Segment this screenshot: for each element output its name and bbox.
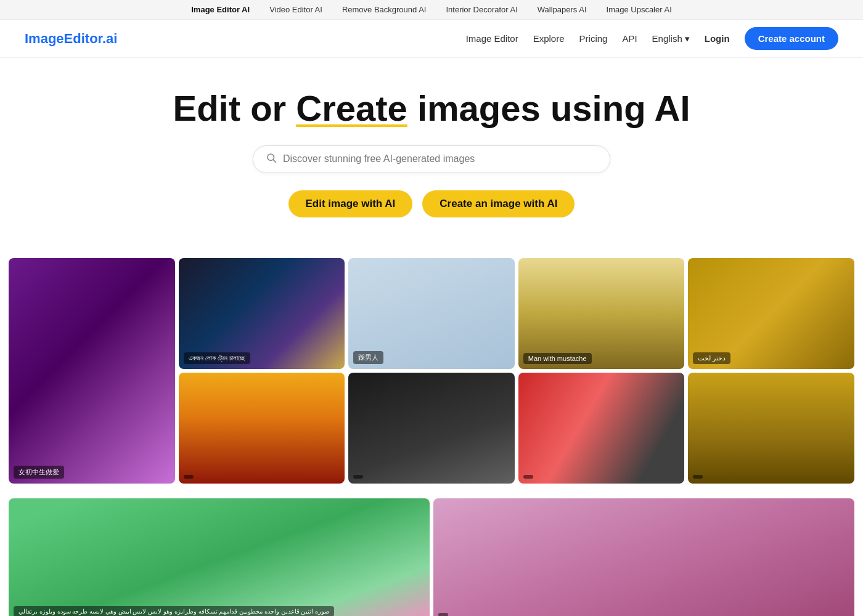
grid-item-gold-coin[interactable]: دختر لخت [688,258,854,369]
create-image-button[interactable]: Create an image with AI [422,190,575,217]
image-label-1: একজন লোক ট্রেন চালাচ্ছে [184,352,250,364]
grid-item-man-suit[interactable]: 踩男人 [348,258,515,369]
image-label-10: صوره اثنين قاعدين واحده مخطوبين قدامهم ت… [14,606,334,616]
grid-item-text-poster[interactable]: একজন লোক ট্রেন চালাচ্ছে [179,258,345,369]
image-label-7 [353,475,363,479]
search-input[interactable] [283,153,597,164]
image-grid: একজন লোক ট্রেন চালাচ্ছে 踩男人 Man with mus… [0,258,863,502]
nav-api[interactable]: API [622,33,637,44]
image-label-3: Man with mustache [523,353,592,364]
image-label-11 [438,613,448,616]
hero-title: Edit or Create images using AI [12,89,851,128]
hero-title-part2: images using AI [407,88,690,128]
logo[interactable]: ImageEditor.ai [25,31,117,47]
action-buttons: Edit image with AI Create an image with … [12,190,851,217]
banner-link-image-editor-ai[interactable]: Image Editor AI [191,5,250,14]
grid-item-dark-portrait[interactable] [348,373,515,484]
banner-link-interior-ai[interactable]: Interior Decorator AI [446,5,517,14]
hero-title-highlight: Create [296,88,407,128]
hero-title-part1: Edit or [173,88,296,128]
image-label-8 [523,475,533,479]
grid-item-man-mustache[interactable]: Man with mustache [518,258,685,369]
main-nav: ImageEditor.ai Image Editor Explore Pric… [0,20,863,58]
grid-item-anime-girl-2[interactable]: صوره اثنين قاعدين واحده مخطوبين قدامهم ت… [9,498,430,616]
grid-item-mosque[interactable] [179,373,345,484]
banner-link-video-editor-ai[interactable]: Video Editor AI [269,5,322,14]
nav-image-editor[interactable]: Image Editor [466,33,518,44]
banner-link-wallpapers-ai[interactable]: Wallpapers AI [538,5,587,14]
banner-link-upscaler-ai[interactable]: Image Upscaler AI [607,5,672,14]
image-label-5: 女初中生做爱 [14,466,64,479]
grid-item-trophy[interactable] [688,373,854,484]
create-account-button[interactable]: Create account [745,27,838,50]
grid-item-anime-girl-3[interactable] [433,498,854,616]
hero-section: Edit or Create images using AI Edit imag… [0,58,863,258]
grid-item-gallery[interactable] [518,373,685,484]
grid-item-anime-girl-1[interactable]: 女初中生做爱 [9,258,175,484]
nav-explore[interactable]: Explore [533,33,565,44]
image-label-2: 踩男人 [353,351,383,364]
image-label-4: دختر لخت [693,352,730,364]
image-label-6 [184,475,194,479]
login-button[interactable]: Login [705,33,730,44]
image-grid-row3: صوره اثنين قاعدين واحده مخطوبين قدامهم ت… [0,498,863,616]
nav-links: Image Editor Explore Pricing API English… [466,27,838,50]
edit-image-button[interactable]: Edit image with AI [288,190,413,217]
search-icon [266,152,277,166]
chevron-down-icon: ▾ [685,33,690,44]
language-selector[interactable]: English ▾ [652,33,690,44]
top-banner: Image Editor AI Video Editor AI Remove B… [0,0,863,20]
language-label: English [652,33,682,44]
banner-link-remove-bg-ai[interactable]: Remove Background AI [342,5,427,14]
image-label-9 [693,475,703,479]
svg-line-1 [273,160,276,162]
nav-pricing[interactable]: Pricing [579,33,608,44]
search-bar [253,145,610,173]
